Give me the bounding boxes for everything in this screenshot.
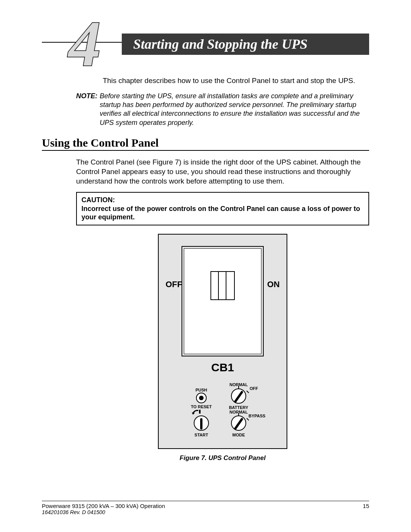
mode-bypass-label: BYPASS — [249, 414, 265, 418]
footer-doc-title: Powerware 9315 (200 kVA – 300 kVA) Opera… — [42, 503, 165, 509]
to-reset-label: TO RESET — [190, 404, 213, 409]
caution-box: CAUTION: Incorrect use of the power cont… — [76, 192, 369, 225]
reset-button[interactable] — [196, 393, 207, 403]
control-panel: OFF ON CB1 PUSH TO RESET START NORMAL OF… — [158, 234, 287, 449]
breaker-id-label: CB1 — [159, 361, 287, 374]
footer-page-number: 15 — [363, 503, 369, 509]
note-block: NOTE: Before starting the UPS, ensure al… — [76, 92, 369, 128]
chapter-title: Starting and Stopping the UPS — [122, 34, 369, 55]
caution-text: Incorrect use of the power controls on t… — [81, 205, 360, 221]
battery-label: BATTERY — [228, 405, 249, 410]
breaker-on-label: ON — [267, 280, 280, 289]
breaker-off-label: OFF — [166, 280, 182, 289]
svg-rect-0 — [199, 410, 201, 414]
section-body: The Control Panel (see Figure 7) is insi… — [76, 158, 369, 186]
note-text: Before starting the UPS, ensure all inst… — [100, 92, 369, 128]
breaker-inner — [184, 248, 261, 354]
breaker-housing — [182, 246, 264, 356]
section-rule — [42, 150, 369, 151]
figure: OFF ON CB1 PUSH TO RESET START NORMAL OF… — [76, 234, 369, 462]
page: Starting and Stopping the UPS 4 This cha… — [0, 0, 411, 532]
caution-label: CAUTION: — [81, 196, 364, 204]
note-label: NOTE: — [76, 92, 97, 128]
footer-doc-id: 164201036 Rev. D 041500 — [42, 509, 369, 515]
chapter-header: Starting and Stopping the UPS 4 — [42, 19, 369, 69]
breaker-switch[interactable] — [210, 271, 235, 300]
mode-knob[interactable] — [231, 415, 246, 431]
footer-rule — [42, 501, 369, 501]
mode-label: MODE — [232, 433, 245, 437]
start-label: START — [194, 433, 209, 437]
battery-off-label: OFF — [249, 386, 258, 391]
battery-off-tick — [246, 390, 249, 393]
section-heading: Using the Control Panel — [42, 136, 369, 149]
intro-paragraph: This chapter describes how to use the Co… — [103, 76, 369, 86]
page-footer: Powerware 9315 (200 kVA – 300 kVA) Opera… — [42, 501, 369, 515]
chapter-number-glyph: 4 — [67, 12, 101, 77]
start-switch[interactable] — [194, 415, 209, 431]
battery-knob[interactable] — [231, 388, 246, 404]
figure-caption: Figure 7. UPS Control Panel — [76, 454, 369, 462]
push-label: PUSH — [195, 388, 207, 392]
chapter-number: 4 — [63, 12, 127, 77]
mode-bypass-tick — [246, 418, 249, 420]
